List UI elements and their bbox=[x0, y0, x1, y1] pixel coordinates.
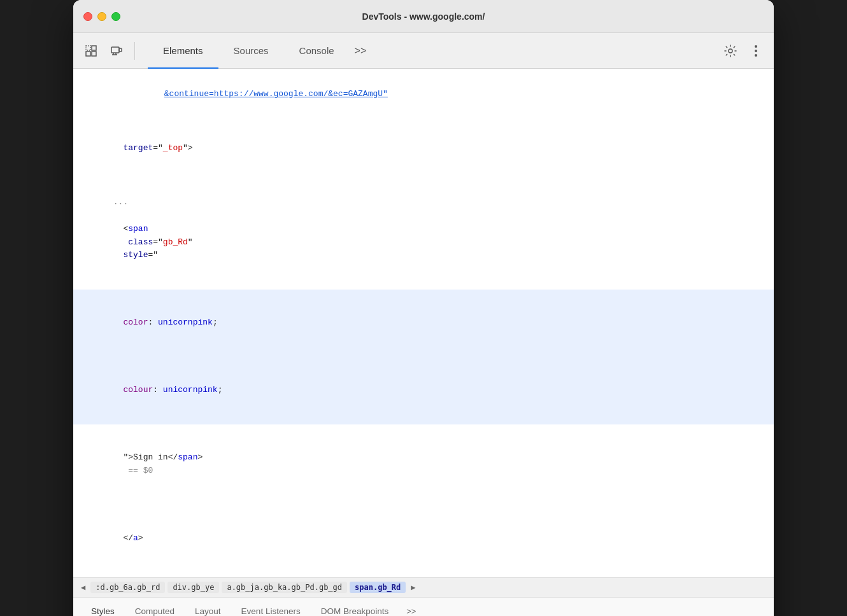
traffic-lights bbox=[83, 12, 120, 21]
svg-rect-2 bbox=[86, 52, 90, 56]
inspector-icon[interactable] bbox=[81, 41, 101, 61]
html-line-3: ... <span class="gb_Rd" style=" bbox=[73, 182, 774, 289]
minimize-button[interactable] bbox=[97, 12, 106, 21]
svg-rect-3 bbox=[92, 52, 96, 56]
more-options-icon[interactable] bbox=[746, 41, 766, 61]
settings-icon[interactable] bbox=[720, 41, 741, 61]
more-styles-tabs[interactable]: >> bbox=[401, 606, 421, 616]
breadcrumb-item-4[interactable]: span.gb_Rd bbox=[350, 582, 406, 593]
tab-event-listeners[interactable]: Event Listeners bbox=[231, 598, 311, 616]
tab-styles[interactable]: Styles bbox=[81, 598, 125, 616]
more-tabs-button[interactable]: >> bbox=[350, 43, 372, 59]
tab-layout[interactable]: Layout bbox=[185, 598, 231, 616]
styles-panel: Styles Computed Layout Event Listeners D… bbox=[73, 598, 774, 616]
tab-computed[interactable]: Computed bbox=[125, 598, 185, 616]
titlebar: DevTools - www.google.com/ bbox=[73, 0, 774, 33]
breadcrumb-right-arrow[interactable]: ▶ bbox=[411, 583, 415, 592]
tab-dom-breakpoints[interactable]: DOM Breakpoints bbox=[311, 598, 399, 616]
svg-rect-0 bbox=[86, 46, 90, 50]
tab-console[interactable]: Console bbox=[284, 33, 350, 69]
svg-point-9 bbox=[729, 49, 732, 53]
html-line-2: target="_top"> bbox=[73, 115, 774, 182]
breadcrumb-item-3[interactable]: a.gb_ja.gb_ka.gb_Pd.gb_gd bbox=[222, 582, 347, 593]
toolbar-actions bbox=[720, 41, 766, 61]
devtools-window: DevTools - www.google.com/ Elements bbox=[73, 0, 774, 616]
svg-rect-1 bbox=[92, 46, 96, 50]
breadcrumb-left-arrow[interactable]: ◀ bbox=[81, 583, 85, 592]
styles-tabs: Styles Computed Layout Event Listeners D… bbox=[73, 598, 774, 616]
svg-point-12 bbox=[755, 54, 757, 57]
toolbar-divider bbox=[134, 42, 135, 60]
html-panel: &continue=https://www.google.com/&ec=GAZ… bbox=[73, 69, 774, 578]
main-toolbar: Elements Sources Console >> bbox=[73, 33, 774, 69]
close-button[interactable] bbox=[83, 12, 92, 21]
tab-elements[interactable]: Elements bbox=[148, 33, 218, 69]
html-line-4: color: unicornpink; bbox=[73, 290, 774, 357]
breadcrumb-item-1[interactable]: :d.gb_6a.gb_rd bbox=[90, 582, 165, 593]
breadcrumb-item-2[interactable]: div.gb_ye bbox=[167, 582, 219, 593]
html-line-5: colour: unicornpink; bbox=[73, 357, 774, 424]
main-tabs: Elements Sources Console >> bbox=[148, 33, 371, 69]
device-icon[interactable] bbox=[106, 41, 127, 61]
svg-point-11 bbox=[755, 50, 757, 52]
breadcrumb-bar: ◀ :d.gb_6a.gb_rd div.gb_ye a.gb_ja.gb_ka… bbox=[73, 578, 774, 598]
html-line-6: ">Sign in</span> == $0 bbox=[73, 424, 774, 505]
svg-point-10 bbox=[755, 45, 757, 48]
maximize-button[interactable] bbox=[111, 12, 120, 21]
svg-rect-5 bbox=[119, 48, 122, 52]
html-line-7: </a> bbox=[73, 505, 774, 573]
html-line-1: &continue=https://www.google.com/&ec=GAZ… bbox=[73, 74, 774, 115]
tab-sources[interactable]: Sources bbox=[218, 33, 284, 69]
window-title: DevTools - www.google.com/ bbox=[362, 11, 485, 22]
svg-rect-4 bbox=[111, 47, 119, 53]
